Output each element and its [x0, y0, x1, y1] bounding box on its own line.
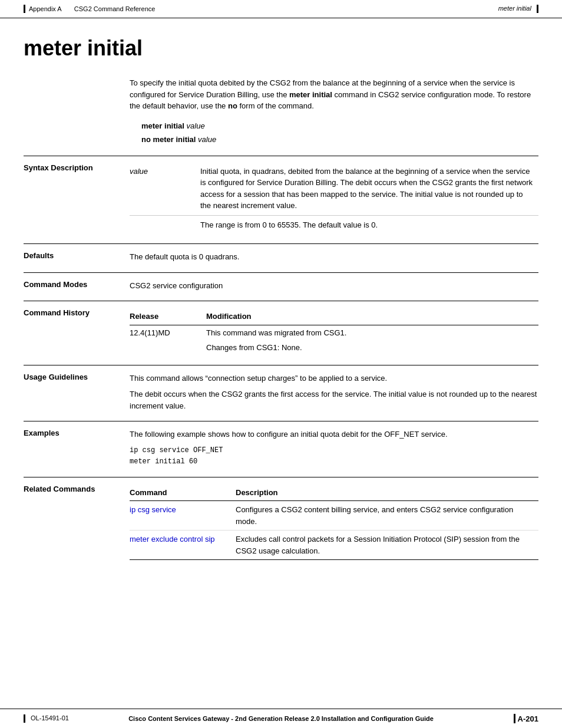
defaults-text: The default quota is 0 quadrans.: [130, 252, 239, 261]
syntax-param: value: [130, 163, 200, 216]
examples-label: Examples: [24, 429, 130, 467]
footer-page-num: A-201: [518, 714, 538, 723]
examples-code: ip csg service OFF_NET meter initial 60: [130, 445, 538, 467]
command-modes-label: Command Modes: [24, 280, 130, 292]
header-bar-left: [24, 5, 25, 13]
syntax-description-label: Syntax Description: [24, 163, 130, 235]
related-table: Command Description ip csg service Confi…: [130, 485, 538, 561]
history-release-1: 12.4(11)MD: [130, 325, 206, 340]
history-header-row: Release Modification: [130, 308, 538, 325]
page-footer: OL-15491-01 Cisco Content Services Gatew…: [0, 709, 562, 728]
examples-text: The following example shows how to confi…: [130, 429, 538, 440]
command-modes-content: CSG2 service configuration: [130, 280, 538, 292]
header-left: Appendix A CSG2 Command Reference: [24, 5, 155, 13]
syntax-description-content: value Initial quota, in quadrans, debite…: [130, 163, 538, 235]
command-history-content: Release Modification 12.4(11)MD This com…: [130, 308, 538, 355]
footer-left: OL-15491-01: [24, 714, 94, 723]
related-command-1[interactable]: ip csg service: [130, 501, 236, 531]
syntax-line-2: no meter initial value: [141, 135, 538, 144]
related-col-command: Command: [130, 485, 236, 501]
related-link-2[interactable]: meter exclude control sip: [130, 535, 215, 543]
examples-section: Examples The following example shows how…: [24, 421, 538, 477]
syntax-line-1: meter initial value: [141, 121, 538, 130]
defaults-section: Defaults The default quota is 0 quadrans…: [24, 243, 538, 272]
command-modes-text: CSG2 service configuration: [130, 281, 223, 290]
related-row-1: ip csg service Configures a CSG2 content…: [130, 501, 538, 531]
related-col-description: Description: [236, 485, 538, 501]
page-container: Appendix A CSG2 Command Reference meter …: [0, 0, 562, 728]
syntax-empty: [130, 215, 200, 234]
syntax-table: value Initial quota, in quadrans, debite…: [130, 163, 538, 235]
related-row-2: meter exclude control sip Excludes call …: [130, 531, 538, 560]
history-row-1: 12.4(11)MD This command was migrated fro…: [130, 325, 538, 340]
history-release-2: [130, 340, 206, 355]
usage-guidelines-label: Usage Guidelines: [24, 373, 130, 412]
related-commands-section: Related Commands Command Description ip …: [24, 477, 538, 570]
related-commands-content: Command Description ip csg service Confi…: [130, 485, 538, 561]
command-modes-section: Command Modes CSG2 service configuration: [24, 272, 538, 301]
examples-content: The following example shows how to confi…: [130, 429, 538, 467]
syntax-description-section: Syntax Description value Initial quota, …: [24, 156, 538, 244]
footer-center: Cisco Content Services Gateway - 2nd Gen…: [94, 715, 468, 722]
related-header-row: Command Description: [130, 485, 538, 501]
usage-line-2: The debit occurs when the CSG2 grants th…: [130, 388, 538, 411]
history-mod-1: This command was migrated from CSG1.: [206, 325, 538, 340]
header-appendix: Appendix A: [29, 5, 62, 12]
header-bar-right: [537, 5, 538, 13]
usage-guidelines-section: Usage Guidelines This command allows “co…: [24, 365, 538, 421]
footer-ol: OL-15491-01: [31, 714, 69, 722]
footer-bar-left: [24, 714, 25, 723]
defaults-content: The default quota is 0 quadrans.: [130, 251, 538, 263]
related-commands-label: Related Commands: [24, 485, 130, 561]
related-desc-2: Excludes call control packets for a Sess…: [236, 531, 538, 560]
syntax-table-row-1: value Initial quota, in quadrans, debite…: [130, 163, 538, 216]
page-title: meter initial: [24, 36, 538, 61]
syntax-range: The range is from 0 to 65535. The defaul…: [200, 215, 538, 234]
footer-bar-right: [514, 714, 515, 723]
related-command-2[interactable]: meter exclude control sip: [130, 531, 236, 560]
intro-section: To specify the initial quota debited by …: [130, 77, 538, 144]
footer-right: A-201: [468, 714, 538, 723]
command-history-section: Command History Release Modification 12.…: [24, 301, 538, 365]
defaults-label: Defaults: [24, 251, 130, 263]
history-row-2: Changes from CSG1: None.: [130, 340, 538, 355]
header-right: meter initial: [498, 5, 538, 13]
history-table: Release Modification 12.4(11)MD This com…: [130, 308, 538, 355]
intro-paragraph: To specify the initial quota debited by …: [130, 77, 538, 112]
command-history-label: Command History: [24, 308, 130, 355]
history-col-modification: Modification: [206, 308, 538, 325]
usage-guidelines-content: This command allows “connection setup ch…: [130, 373, 538, 412]
header-right-text: meter initial: [498, 5, 531, 12]
history-col-release: Release: [130, 308, 206, 325]
header-title: CSG2 Command Reference: [74, 5, 156, 12]
page-header: Appendix A CSG2 Command Reference meter …: [0, 0, 562, 18]
history-mod-2: Changes from CSG1: None.: [206, 340, 538, 355]
usage-line-1: This command allows “connection setup ch…: [130, 373, 538, 384]
related-desc-1: Configures a CSG2 content billing servic…: [236, 501, 538, 531]
syntax-desc: Initial quota, in quadrans, debited from…: [200, 163, 538, 216]
syntax-table-row-2: The range is from 0 to 65535. The defaul…: [130, 215, 538, 234]
content-area: meter initial To specify the initial quo…: [0, 18, 562, 593]
related-link-1[interactable]: ip csg service: [130, 505, 176, 514]
